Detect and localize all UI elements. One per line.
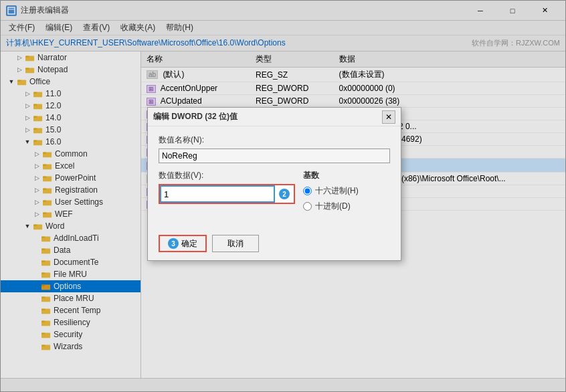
value-input[interactable] [160,185,275,203]
ok-button[interactable]: 3 确定 [159,235,207,252]
radio-hex-input[interactable] [303,187,312,195]
radio-dec-input[interactable] [303,202,312,211]
radio-hex[interactable]: 十六进制(H) [303,185,390,197]
badge-circle-3: 3 [168,238,179,249]
value-base-row: 数值数据(V): 2 基数 十六进制(H) [159,170,390,216]
modal-dialog: 编辑 DWORD (32 位)值 ✕ 数值名称(N): 数值数据(V): [147,107,401,261]
value-group: 数值数据(V): 2 [159,170,295,216]
name-group: 数值名称(N): [159,134,390,163]
name-label: 数值名称(N): [159,134,390,146]
badge-circle-2: 2 [279,189,290,199]
cancel-button[interactable]: 取消 [212,235,259,252]
modal-footer: 3 确定 取消 [148,232,401,260]
radio-hex-label: 十六进制(H) [315,185,359,197]
base-title: 基数 [303,170,390,181]
modal-body: 数值名称(N): 数值数据(V): 2 [148,126,401,232]
name-input[interactable] [159,149,390,163]
modal-title: 编辑 DWORD (32 位)值 [153,111,382,122]
modal-overlay: 编辑 DWORD (32 位)值 ✕ 数值名称(N): 数值数据(V): [0,0,566,392]
radio-dec[interactable]: 十进制(D) [303,201,390,212]
value-input-wrapper: 2 [159,184,295,204]
modal-close-button[interactable]: ✕ [382,110,395,124]
value-label: 数值数据(V): [159,170,295,181]
radio-dec-label: 十进制(D) [315,201,351,212]
base-group: 基数 十六进制(H) 十进制(D) [303,170,390,216]
modal-title-bar: 编辑 DWORD (32 位)值 ✕ [148,108,401,126]
